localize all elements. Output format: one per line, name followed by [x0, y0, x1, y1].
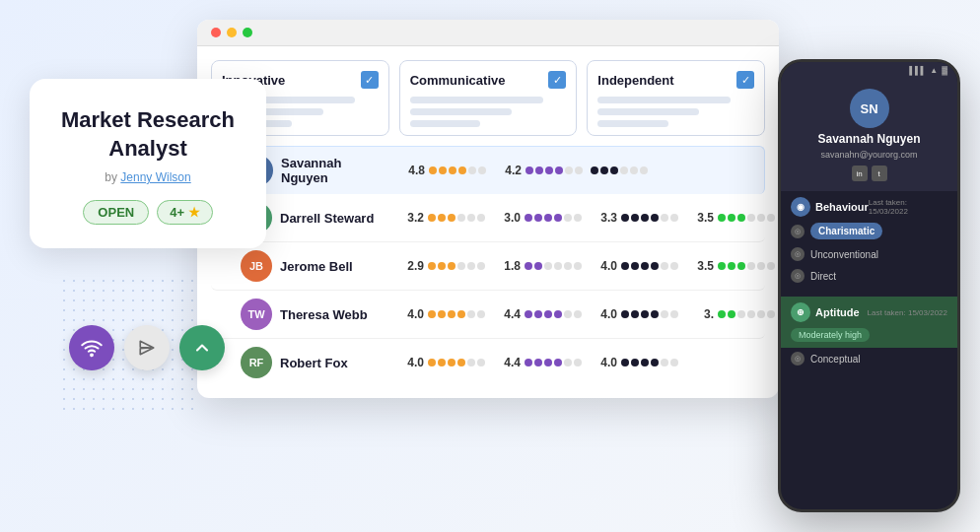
dot-filled — [621, 214, 629, 222]
dot-filled — [448, 262, 455, 270]
candidate-name: Robert Fox — [280, 356, 388, 370]
score-dots — [525, 310, 582, 318]
window-maximize-dot[interactable] — [243, 28, 252, 37]
score-number: 4.0 — [590, 307, 617, 321]
score-number: 2.9 — [396, 259, 424, 273]
table-row[interactable]: ✓SNSavannah Nguyen4.84.2 — [211, 146, 765, 194]
score-group: 4.0 — [590, 259, 678, 273]
dot-filled — [718, 310, 726, 318]
score-dots — [621, 310, 678, 318]
score-number: 3.5 — [686, 259, 714, 273]
dot-filled — [651, 262, 659, 270]
dot-filled — [525, 166, 533, 174]
trait-conceptual-label: Conceptual — [810, 354, 861, 365]
behaviour-title: ◉ Behaviour — [791, 197, 869, 217]
table-row[interactable]: RFRobert Fox4.04.44.0 — [211, 339, 765, 386]
trait-charismatic-badge: Charismatic — [810, 223, 882, 239]
score-group: 3.2 — [396, 211, 485, 225]
dot-filled — [728, 262, 735, 270]
dot-filled — [651, 359, 659, 366]
dot-empty — [574, 262, 582, 270]
dot-empty — [467, 310, 475, 318]
dot-filled — [651, 310, 659, 318]
table-row[interactable]: DSDarrell Steward3.23.03.33.5 — [211, 194, 765, 242]
dot-filled — [641, 262, 649, 270]
score-dots — [621, 262, 678, 270]
dot-empty — [737, 310, 745, 318]
window-close-dot[interactable] — [211, 28, 221, 37]
job-badges: OPEN 4+ ★ — [53, 200, 243, 225]
score-dots — [429, 166, 486, 174]
phone-signal-icon: ▌▌▌ — [909, 66, 926, 75]
dot-empty — [554, 262, 562, 270]
dot-filled — [737, 262, 745, 270]
scene: Market Research Analyst by Jenny Wilson … — [0, 0, 980, 532]
dot-filled — [448, 359, 455, 366]
trait-cards-row: Innovative ✓ Communicative ✓ — [197, 46, 779, 146]
dot-empty — [670, 359, 678, 366]
score-dots — [525, 359, 582, 366]
candidate-name: Theresa Webb — [280, 307, 388, 322]
aptitude-title: ⊕ Aptitude — [791, 302, 860, 322]
phone-social-icons: in t — [852, 166, 887, 181]
dot-filled — [631, 262, 639, 270]
score-number: 3.5 — [686, 211, 714, 225]
trait-independent-check: ✓ — [736, 71, 754, 89]
score-dots — [428, 214, 485, 222]
trait-direct-icon: ◎ — [791, 269, 805, 283]
table-row[interactable]: TWTheresa Webb4.04.44.03. — [211, 291, 765, 339]
dot-filled — [457, 359, 465, 366]
window-minimize-dot[interactable] — [227, 28, 237, 37]
phone: ▌▌▌ ▲ ▓ SN Savannah Nguyen savanahn@your… — [778, 59, 960, 512]
table-row[interactable]: JBJerome Bell2.91.84.03.5 — [211, 242, 765, 291]
trait-independent-title: Independent — [597, 73, 673, 88]
dot-filled — [534, 359, 542, 366]
by-label: by — [105, 170, 117, 184]
author-link[interactable]: Jenny Wilson — [120, 170, 190, 184]
aptitude-level-badge: Moderately high — [791, 328, 870, 342]
score-group: 3. — [686, 307, 775, 321]
send-button[interactable] — [124, 325, 170, 370]
trait-card-independent: Independent ✓ — [587, 60, 765, 136]
dot-filled — [535, 166, 543, 174]
dot-empty — [670, 214, 678, 222]
score-dots — [591, 166, 648, 174]
dot-empty — [564, 262, 572, 270]
dot-filled — [525, 262, 532, 270]
dot-filled — [621, 359, 629, 366]
dot-filled — [718, 214, 726, 222]
aptitude-icon: ⊕ — [791, 302, 810, 322]
browser-window: Innovative ✓ Communicative ✓ — [197, 20, 779, 398]
dot-filled — [621, 262, 629, 270]
dot-filled — [439, 166, 447, 174]
score-group: 4.4 — [493, 356, 582, 369]
dot-filled — [544, 310, 552, 318]
score-group: 3.0 — [493, 211, 582, 225]
dot-filled — [641, 214, 649, 222]
behaviour-date: Last taken: 15/03/2022 — [869, 198, 947, 216]
dot-empty — [564, 359, 572, 366]
dot-filled — [555, 166, 563, 174]
phone-behaviour-section: ◉ Behaviour Last taken: 15/03/2022 ◎ Cha… — [781, 191, 957, 293]
up-button[interactable] — [179, 325, 225, 370]
dot-empty — [457, 262, 465, 270]
dot-filled — [448, 214, 455, 222]
dot-filled — [718, 262, 726, 270]
job-title: Market Research Analyst — [53, 106, 243, 163]
dot-empty — [477, 359, 485, 366]
score-dots — [621, 359, 678, 366]
dot-empty — [661, 359, 668, 366]
score-number: 4.0 — [396, 307, 424, 321]
dot-empty — [747, 262, 755, 270]
dot-empty — [670, 262, 678, 270]
dot-empty — [747, 214, 755, 222]
score-number: 4.0 — [396, 356, 424, 369]
candidate-name: Darrell Steward — [280, 211, 388, 226]
phone-profile: SN Savannah Nguyen savanahn@yourorg.com … — [781, 79, 957, 191]
score-group — [591, 166, 648, 174]
behaviour-traits: ◎ Charismatic ◎ Unconventional ◎ Direct — [791, 219, 947, 287]
dot-filled — [554, 214, 562, 222]
wifi-button[interactable] — [69, 325, 114, 370]
phone-conceptual-trait: ◎ Conceptual — [781, 348, 957, 369]
dot-filled — [728, 310, 735, 318]
